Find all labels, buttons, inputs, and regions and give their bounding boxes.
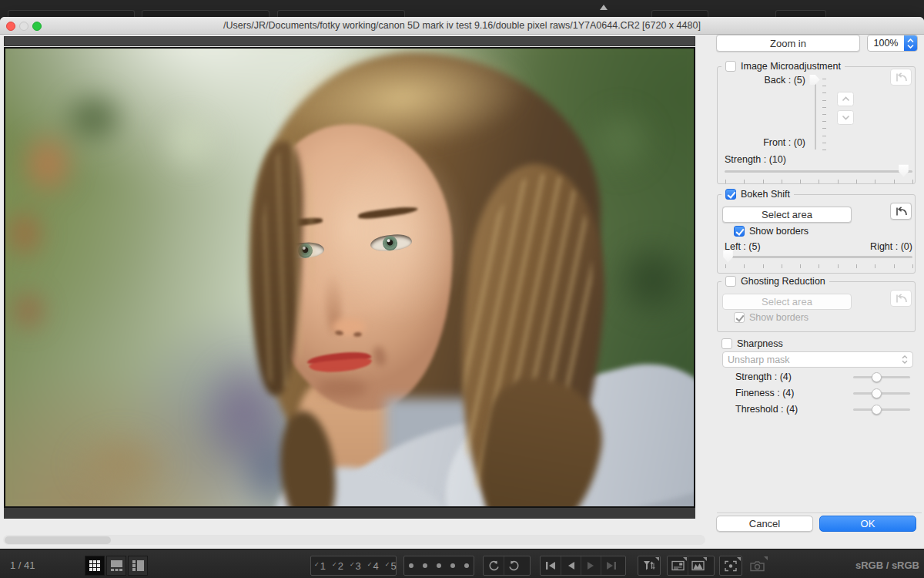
view-preview-palette-button[interactable] (128, 556, 148, 576)
rating-dot-icon[interactable] (437, 563, 441, 568)
rotate-right-icon (508, 560, 521, 572)
depth-slider-track[interactable] (815, 78, 816, 150)
photo-canvas[interactable] (5, 49, 694, 506)
ghosting-reduction-title: Ghosting Reduction (741, 276, 825, 287)
background-window-tab (277, 10, 405, 17)
checkmark-2-button[interactable]: ✓2 (329, 560, 346, 572)
background-window-top-strip (0, 0, 924, 17)
cancel-button[interactable]: Cancel (716, 516, 813, 532)
rating-dot-icon[interactable] (464, 563, 469, 568)
image-microadjustment-checkbox[interactable] (725, 61, 736, 72)
filter-sort-icon (643, 560, 655, 572)
histogram-button[interactable] (688, 556, 708, 575)
collapse-caret-icon (600, 5, 608, 10)
ghosting-show-borders[interactable]: Show borders (734, 312, 808, 323)
rotate-right-button[interactable] (504, 556, 524, 575)
sharpness-fineness-slider-track[interactable] (853, 392, 910, 395)
quick-check-icon (725, 560, 737, 572)
tool-palette-icon (671, 560, 685, 571)
palette-histogram-group (667, 556, 715, 576)
menu-corner-mark (703, 557, 707, 561)
checkmark-icon: ✓ (314, 561, 320, 568)
bokeh-show-borders[interactable]: Show borders (734, 226, 808, 237)
ok-label: OK (861, 518, 875, 529)
preview-filmstrip-view-icon (110, 560, 123, 572)
view-grid-button[interactable] (85, 556, 105, 576)
previous-image-icon (566, 561, 576, 570)
rating-dot-icon[interactable] (423, 563, 427, 568)
checkmark-icon: ✓ (350, 561, 355, 568)
checkmark-3-button[interactable]: ✓3 (346, 560, 364, 572)
sharpness-fineness-slider-thumb[interactable] (872, 388, 882, 398)
horizontal-scrollbar[interactable] (3, 535, 705, 545)
titlebar[interactable]: /Users/JR/Documents/fotky working/canon … (0, 17, 924, 35)
bokeh-reset-button[interactable] (890, 203, 912, 220)
camera-connect-button[interactable] (745, 556, 768, 576)
microadjustment-reset-button[interactable] (890, 69, 912, 86)
star-rating-group (403, 556, 474, 576)
view-preview-filmstrip-button[interactable] (106, 556, 126, 576)
chevron-down-icon (842, 115, 850, 120)
sharpness-strength-label: Strength : (4) (735, 371, 792, 382)
last-image-icon (605, 561, 617, 570)
image-counter: 1 / 41 (10, 560, 35, 571)
checkmark-icon: ✓ (385, 561, 390, 568)
depth-up-button[interactable] (837, 92, 854, 106)
sharpness-method-select[interactable]: Unsharp mask (722, 351, 913, 368)
actions-divider (717, 512, 922, 513)
rotate-left-button[interactable] (484, 556, 504, 575)
bokeh-show-borders-label: Show borders (749, 226, 808, 237)
reset-icon (895, 294, 908, 304)
bokeh-select-area-button[interactable]: Select area (722, 207, 852, 223)
sharpness-fineness-label: Fineness : (4) (735, 388, 794, 398)
zoom-in-button[interactable]: Zoom in (716, 35, 860, 52)
bokeh-select-area-label: Select area (762, 209, 812, 220)
first-image-button[interactable] (541, 556, 561, 575)
tool-palette-button[interactable] (668, 556, 688, 575)
menu-corner-mark (737, 557, 741, 561)
sharpness-threshold-slider-thumb[interactable] (872, 405, 882, 415)
bokeh-slider-track[interactable] (725, 256, 912, 258)
grid-view-icon (89, 560, 101, 572)
reset-icon (895, 72, 908, 82)
previous-image-button[interactable] (561, 556, 581, 575)
ghosting-select-area-button[interactable]: Select area (722, 294, 852, 310)
background-window-tab (651, 10, 708, 17)
rating-dot-icon[interactable] (450, 563, 455, 568)
ok-button[interactable]: OK (819, 516, 916, 532)
checkmark-5-button[interactable]: ✓5 (382, 560, 400, 572)
checkmark-icon: ✓ (367, 561, 373, 568)
checkmark-4-button[interactable]: ✓4 (364, 560, 382, 572)
ghosting-show-borders-checkbox[interactable] (734, 312, 745, 323)
zoom-level-value: 100% (868, 38, 904, 49)
checkmark-1-button[interactable]: ✓1 (311, 560, 329, 572)
last-image-button[interactable] (601, 556, 621, 575)
rating-dot-icon[interactable] (409, 563, 413, 568)
bokeh-shift-checkbox[interactable] (725, 189, 736, 200)
ghosting-select-area-label: Select area (762, 296, 812, 307)
filter-sort-group (638, 556, 661, 576)
zoom-level-select[interactable]: 100% (867, 35, 918, 52)
quick-check-button[interactable] (720, 556, 742, 575)
cancel-label: Cancel (749, 518, 780, 529)
next-image-button[interactable] (581, 556, 601, 575)
sharpness-strength-slider-track[interactable] (853, 376, 910, 378)
sharpness-strength-slider-thumb[interactable] (872, 372, 882, 382)
filter-sort-button[interactable] (638, 556, 660, 575)
microadjustment-strength-slider-track[interactable] (725, 170, 912, 173)
menu-corner-mark (655, 557, 659, 561)
zoom-level-stepper-icon[interactable] (904, 35, 917, 51)
bokeh-show-borders-checkbox[interactable] (734, 226, 745, 237)
sharpness-threshold-label: Threshold : (4) (735, 404, 798, 415)
next-image-icon (586, 561, 596, 570)
sharpness-threshold-slider-track[interactable] (853, 408, 910, 411)
ghosting-reduction-checkbox[interactable] (725, 276, 736, 287)
sharpness-checkbox[interactable] (721, 338, 732, 349)
ghosting-reset-button[interactable] (890, 290, 912, 307)
depth-down-button[interactable] (837, 110, 854, 125)
checkmark-rating-group: ✓1 ✓2 ✓3 ✓4 ✓5 (310, 556, 397, 576)
chevron-up-icon (842, 96, 850, 102)
image-microadjustment-title: Image Microadjustment (741, 61, 841, 72)
reset-icon (895, 207, 908, 217)
horizontal-scrollbar-thumb[interactable] (5, 536, 111, 544)
